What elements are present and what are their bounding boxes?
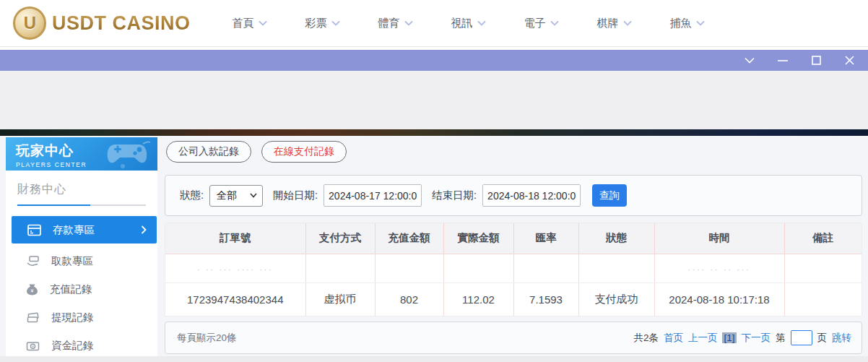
nav-item-fishing[interactable]: 捕魚: [670, 17, 705, 30]
window-titlebar: [0, 50, 868, 71]
nav-item-lottery[interactable]: 彩票: [305, 17, 340, 30]
cell-remark: [784, 283, 862, 316]
empty-band: [0, 71, 868, 129]
current-page-indicator: [1]: [722, 332, 736, 343]
page-number-input[interactable]: [791, 330, 812, 345]
decor-stripe: [0, 129, 868, 136]
nav-item-live[interactable]: 視訊: [451, 17, 486, 30]
tab-label: 公司入款記錄: [178, 145, 239, 158]
content-area: 玩家中心 PLAYERS CENTER 財務中心: [0, 136, 868, 356]
chevron-down-icon: [250, 193, 257, 198]
col-actual-amount: 實際金額: [443, 223, 513, 254]
table-row-faded: · ·· ··· ···· ··· ···· ·· ·· ···: [165, 254, 862, 283]
col-status: 狀態: [578, 223, 654, 254]
cell-remark: [784, 254, 862, 283]
cell-pay-method: [305, 254, 375, 283]
cell-time: 2024-08-18 10:17:18: [654, 283, 784, 316]
table-row: 1723947438402344 虚拟币 802 112.02 7.1593 支…: [165, 283, 862, 316]
sidebar-item-label: 資金記錄: [51, 339, 93, 353]
money-bag-icon: ¥: [26, 283, 38, 296]
funds-icon: ¥: [26, 340, 40, 352]
cell-status: 支付成功: [578, 283, 654, 316]
nav-item-label: 棋牌: [597, 17, 619, 30]
chevron-down-button[interactable]: [744, 55, 755, 66]
record-tabs: 公司入款記錄 在線支付記錄: [166, 141, 347, 163]
sidebar-item-withdraw-zone[interactable]: 取款專區: [6, 247, 157, 275]
nav-item-label: 視訊: [451, 17, 473, 30]
total-count: 共2条: [633, 332, 659, 345]
close-button[interactable]: [843, 55, 855, 66]
pagination-bar: 每頁顯示20條 共2条 首页 上一页 [1] 下一页 第 页 跳转: [165, 322, 862, 354]
end-date-label: 结束日期:: [432, 189, 477, 202]
jump-prefix-label: 第: [776, 332, 786, 345]
prev-page-link[interactable]: 上一页: [688, 332, 718, 345]
nav-item-sports[interactable]: 體育: [378, 17, 413, 30]
chevron-down-icon: [696, 20, 705, 26]
nav-item-slots[interactable]: 電子: [524, 17, 559, 30]
minimize-button[interactable]: [777, 55, 789, 66]
cell-order-no: · ·· ··· ···· ···: [165, 254, 305, 283]
next-page-link[interactable]: 下一页: [742, 332, 771, 345]
deposit-card-icon: [27, 224, 41, 236]
cell-actual-amount: [443, 254, 513, 283]
sidebar-item-deposit-zone[interactable]: 存款專區: [12, 216, 157, 244]
tab-company-deposit-records[interactable]: 公司入款記錄: [166, 141, 251, 163]
faint-marks: · ·· ··· ···· ···: [197, 266, 273, 274]
start-date-input[interactable]: [324, 184, 422, 207]
tab-label: 在線支付記錄: [274, 145, 334, 158]
bottom-strip: [0, 356, 868, 362]
chevron-down-icon: [404, 20, 413, 26]
sidebar-item-recharge-records[interactable]: ¥ 充值記錄: [6, 275, 157, 303]
nav-item-label: 電子: [524, 17, 546, 30]
sidebar-item-withdrawal-records[interactable]: 提現記錄: [6, 303, 157, 332]
search-button[interactable]: 查詢: [592, 184, 627, 207]
faint-marks: ···· ·· ·· ···: [688, 266, 751, 274]
chevron-right-icon: [141, 225, 147, 234]
cell-status: [578, 254, 654, 283]
status-label: 狀態:: [180, 189, 204, 202]
maximize-button[interactable]: [810, 55, 822, 66]
records-table: 訂單號 支付方式 充值金額 實際金額 匯率 狀態 時間 備註 · ·· ···: [165, 223, 862, 316]
chevron-down-icon: [259, 20, 267, 26]
first-page-link[interactable]: 首页: [664, 332, 683, 345]
chevron-down-icon: [477, 20, 486, 26]
end-date-input[interactable]: [482, 184, 581, 207]
nav-item-cards[interactable]: 棋牌: [597, 17, 632, 30]
per-page-label: 每頁顯示20條: [177, 332, 237, 345]
nav-item-label: 彩票: [305, 17, 327, 30]
sidebar-item-label: 存款專區: [53, 223, 95, 237]
jump-suffix-label: 页: [817, 332, 828, 345]
sidebar-item-label: 充值記錄: [50, 283, 92, 296]
jump-link[interactable]: 跳转: [832, 332, 851, 345]
pager-controls: 共2条 首页 上一页 [1] 下一页 第 页 跳转: [633, 330, 851, 345]
nav-item-label: 體育: [378, 17, 400, 30]
col-pay-method: 支付方式: [305, 223, 375, 254]
nav-item-label: 捕魚: [670, 17, 692, 30]
nav-item-label: 首頁: [233, 17, 254, 30]
logo-text: USDT CASINO: [52, 12, 191, 35]
cell-actual-amount: 112.02: [443, 283, 513, 316]
nav-item-home[interactable]: 首頁: [233, 17, 267, 30]
gamepad-icon: [105, 140, 153, 169]
chevron-down-icon: [623, 20, 632, 26]
cell-pay-method: 虚拟币: [305, 283, 375, 316]
site-header: U USDT CASINO 首頁 彩票 體育 視訊 電子: [0, 0, 868, 47]
col-amount: 充值金額: [375, 223, 443, 254]
main-nav: 首頁 彩票 體育 視訊 電子 棋牌: [233, 17, 705, 30]
banknote-icon: [26, 312, 40, 324]
col-remark: 備註: [784, 223, 862, 254]
tab-online-payment-records[interactable]: 在線支付記錄: [261, 141, 347, 163]
withdraw-hand-icon: [26, 255, 40, 267]
start-date-label: 開始日期:: [273, 189, 318, 202]
svg-text:¥: ¥: [31, 288, 34, 293]
status-select[interactable]: 全部: [209, 185, 263, 207]
col-order-no: 訂單號: [165, 223, 305, 254]
cell-amount: [375, 254, 443, 283]
table-header-row: 訂單號 支付方式 充值金額 實際金額 匯率 狀態 時間 備註: [165, 223, 862, 254]
site-logo[interactable]: U USDT CASINO: [13, 7, 191, 40]
cell-order-no: 1723947438402344: [165, 283, 305, 316]
cell-amount: 802: [375, 283, 443, 316]
col-rate: 匯率: [513, 223, 578, 254]
status-select-value: 全部: [217, 189, 237, 202]
logo-coin-icon: U: [13, 7, 46, 40]
